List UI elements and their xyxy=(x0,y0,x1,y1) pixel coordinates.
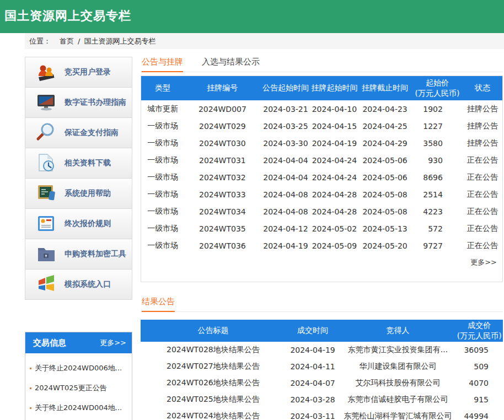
announce-more-row: 更多>> xyxy=(141,254,502,282)
cell-listing-start: 2024-04-24 xyxy=(311,152,358,169)
column-header-title: 公告标题 xyxy=(141,320,286,342)
trade-info-item[interactable]: 关于终止2024WD006地... xyxy=(30,358,129,378)
announce-panel: 类型 挂牌编号 公告起始时间 挂牌起始时间 挂牌截止时间 起始价 (万元人民币)… xyxy=(141,76,503,282)
cell-type: 一级市场 xyxy=(141,117,185,134)
sidebar-item-label: 保证金支付指南 xyxy=(65,128,119,138)
result-table-row[interactable]: 2024WT025地块结果公告 2024-03-28 东莞市信诚硅胶电子有限公司… xyxy=(141,391,503,408)
breadcrumb: 位置： 首页 / 国土资源网上交易专栏 xyxy=(25,33,504,49)
cell-winner: 东莞市信诚硅胶电子有限公司 xyxy=(340,391,455,408)
sidebar-item-label: 相关资料下载 xyxy=(65,158,111,168)
sidebar-item-label: 申购资料加密工具 xyxy=(65,249,126,259)
cell-status: 正在公告 xyxy=(463,186,502,203)
sidebar-item-system-help[interactable]: 系统使用帮助 xyxy=(25,179,132,209)
windows-icon xyxy=(35,273,58,296)
result-tabs: 结果公告 xyxy=(141,297,503,312)
cell-deal-price: 509 xyxy=(456,358,503,375)
sidebar-item-simulation-entry[interactable]: 模拟系统入口 xyxy=(25,270,132,300)
trade-info-item[interactable]: 关于终止2024WD004地... xyxy=(30,398,129,418)
result-table-row[interactable]: 2024WT027地块结果公告 2024-04-11 华川建设集团有限公司 50… xyxy=(141,358,503,375)
cell-type: 一级市场 xyxy=(141,152,185,169)
announce-table-header-row: 类型 挂牌编号 公告起始时间 挂牌起始时间 挂牌截止时间 起始价 (万元人民币)… xyxy=(141,76,502,100)
cell-type: 一级市场 xyxy=(141,220,185,237)
trade-info-title: 交易信息 xyxy=(33,338,66,348)
cell-announce-start: 2024-04-04 xyxy=(260,152,311,169)
cell-announce-start: 2024-03-21 xyxy=(260,100,311,117)
cell-listing-end: 2024-05-20 xyxy=(358,237,412,254)
cell-deal-time: 2024-03-28 xyxy=(286,391,340,408)
column-header-winner: 竞得人 xyxy=(340,320,455,342)
result-table: 公告标题 成交时间 竞得人 成交价 (万元人民币) 2024WT028地块结果公… xyxy=(141,320,503,420)
sidebar-item-label: 系统使用帮助 xyxy=(65,189,111,198)
trade-info-item[interactable]: 2024WT025更正公告 xyxy=(30,378,129,398)
cell-winner: 东莞松山湖科学智汇城有限公司 xyxy=(340,408,455,420)
chalkboard-icon xyxy=(35,182,58,205)
announce-table-row[interactable]: 一级市场 2024WT030 2024-03-30 2024-04-19 202… xyxy=(141,134,502,152)
sidebar-item-encrypt-tool[interactable]: 申购资料加密工具 xyxy=(25,239,132,270)
cell-deal-price: 4070 xyxy=(456,375,503,391)
cell-type: 一级市场 xyxy=(141,134,185,152)
sidebar-item-bidder-login[interactable]: 竞买用户登录 xyxy=(25,57,132,88)
sidebar-menu: 竞买用户登录 数字证书办理指南 保证金支付指南 相关资料下载 xyxy=(25,57,132,300)
announce-table-row[interactable]: 一级市场 2024WT033 2024-04-08 2024-04-28 202… xyxy=(141,186,502,203)
announce-table-row[interactable]: 一级市场 2024WT036 2024-04-19 2024-05-09 202… xyxy=(141,237,502,254)
result-table-row[interactable]: 2024WT026地块结果公告 2024-04-07 艾尔玛科技股份有限公司 4… xyxy=(141,375,503,391)
announce-table-row[interactable]: 一级市场 2024WT034 2024-04-08 2024-04-28 202… xyxy=(141,203,502,220)
announce-table-row[interactable]: 一级市场 2024WT031 2024-04-04 2024-04-24 202… xyxy=(141,152,502,169)
result-table-row[interactable]: 2024WT024地块结果公告 2024-03-11 东莞松山湖科学智汇城有限公… xyxy=(141,408,503,420)
announce-table: 类型 挂牌编号 公告起始时间 挂牌起始时间 挂牌截止时间 起始价 (万元人民币)… xyxy=(141,76,502,254)
cell-code: 2024WT033 xyxy=(185,186,261,203)
cell-deal-time: 2024-04-19 xyxy=(286,342,340,358)
cell-listing-start: 2024-05-02 xyxy=(311,220,358,237)
cell-listing-start: 2024-04-28 xyxy=(311,203,358,220)
announce-table-row[interactable]: 一级市场 2024WT029 2024-03-25 2024-04-15 202… xyxy=(141,117,502,134)
cell-deal-time: 2024-03-11 xyxy=(286,408,340,420)
cell-deal-time: 2024-04-11 xyxy=(286,358,340,375)
cell-listing-end: 2024-05-08 xyxy=(358,203,412,220)
cell-type: 一级市场 xyxy=(141,203,185,220)
cell-status: 挂牌公告 xyxy=(463,134,502,152)
sidebar-item-deposit-guide[interactable]: 保证金支付指南 xyxy=(25,118,132,148)
announce-table-row[interactable]: 一级市场 2024WT032 2024-04-04 2024-04-24 202… xyxy=(141,169,502,186)
cell-title: 2024WT027地块结果公告 xyxy=(141,358,286,375)
sidebar-item-cert-guide[interactable]: 数字证书办理指南 xyxy=(25,88,132,118)
column-header-deal-price: 成交价 (万元人民币) xyxy=(456,320,503,342)
cell-deal-price: 36095 xyxy=(456,342,503,358)
announce-more-link[interactable]: 更多>> xyxy=(470,258,497,266)
sidebar-item-final-quote-rules[interactable]: 终次报价规则 xyxy=(25,209,132,239)
sidebar-item-downloads[interactable]: 相关资料下载 xyxy=(25,148,132,179)
main-content: 公告与挂牌 入选与结果公示 类型 挂牌编号 公告起始时间 挂牌起始时间 挂牌截止… xyxy=(141,57,503,420)
announce-tabs: 公告与挂牌 入选与结果公示 xyxy=(141,57,503,72)
breadcrumb-home-link[interactable]: 首页 xyxy=(60,36,74,46)
cell-listing-end: 2024-04-29 xyxy=(358,134,412,152)
cell-winner: 华川建设集团有限公司 xyxy=(340,358,455,375)
announce-table-row[interactable]: 一级市场 2024WT035 2024-04-12 2024-05-02 202… xyxy=(141,220,502,237)
cell-type: 一级市场 xyxy=(141,237,185,254)
tab-result-announcements[interactable]: 结果公告 xyxy=(142,297,175,312)
announce-table-row[interactable]: 城市更新 2024WD007 2024-03-21 2024-04-10 202… xyxy=(141,100,502,117)
cell-start-price: 930 xyxy=(412,152,463,169)
trade-info-list: 关于终止2024WD006地... 2024WT025更正公告 关于终止2024… xyxy=(25,353,132,420)
cell-listing-end: 2024-05-06 xyxy=(358,169,412,186)
bullet-icon xyxy=(30,387,31,389)
cell-listing-end: 2024-04-25 xyxy=(358,117,412,134)
trade-info-more-link[interactable]: 更多>> xyxy=(100,338,126,348)
cell-deal-price: 44994 xyxy=(456,408,503,420)
cell-status: 挂牌公告 xyxy=(463,117,502,134)
bullet-icon xyxy=(30,407,31,409)
result-table-row[interactable]: 2024WT028地块结果公告 2024-04-19 东莞市黄江实业投资集团有.… xyxy=(141,342,503,358)
column-header-announce-start: 公告起始时间 xyxy=(260,76,311,100)
result-table-header-row: 公告标题 成交时间 竞得人 成交价 (万元人民币) xyxy=(141,320,503,342)
cell-status: 正在公告 xyxy=(463,152,502,169)
cell-title: 2024WT025地块结果公告 xyxy=(141,391,286,408)
cell-listing-start: 2024-05-09 xyxy=(311,237,358,254)
trade-info-item-text: 2024WT025更正公告 xyxy=(35,383,107,393)
tab-announce-listing[interactable]: 公告与挂牌 xyxy=(142,57,183,72)
cell-announce-start: 2024-04-12 xyxy=(260,220,311,237)
cell-start-price: 9727 xyxy=(412,237,463,254)
cell-start-price: 572 xyxy=(412,220,463,237)
magnifier-icon xyxy=(35,121,58,144)
tab-selection-results[interactable]: 入选与结果公示 xyxy=(202,57,260,72)
cell-code: 2024WT035 xyxy=(185,220,261,237)
cell-code: 2024WT029 xyxy=(185,117,261,134)
trade-info-item-text: 关于终止2024WD004地... xyxy=(35,403,122,413)
